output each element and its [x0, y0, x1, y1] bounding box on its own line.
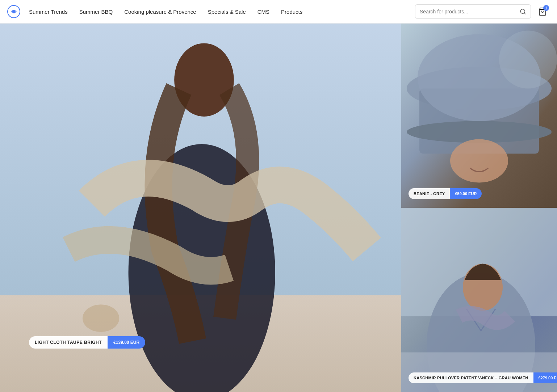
beanie-svg: [401, 24, 557, 208]
header-right: 1: [415, 4, 550, 19]
svg-line-3: [524, 13, 525, 14]
hero-panel[interactable]: LIGHT CLOTH TAUPE BRIGHT €139.00 EUR: [0, 24, 401, 392]
main-content: LIGHT CLOTH TAUPE BRIGHT €139.00 EUR: [0, 24, 557, 392]
nav-item-specials-sale[interactable]: Specials & Sale: [208, 9, 246, 15]
hero-product-name: LIGHT CLOTH TAUPE BRIGHT: [29, 336, 108, 349]
beanie-product-price: €59.00 EUR: [450, 188, 482, 199]
nav-item-summer-bbq[interactable]: Summer BBQ: [79, 9, 113, 15]
sweater-product-tag[interactable]: KASCHMIR PULLOVER PATENT V-NECK – GRAU W…: [409, 372, 557, 383]
beanie-image: [401, 24, 557, 208]
sweater-product-price: €279.00 EUR: [533, 372, 557, 383]
sweater-product-name: KASCHMIR PULLOVER PATENT V-NECK – GRAU W…: [409, 372, 533, 383]
cart-button[interactable]: 1: [535, 4, 550, 19]
svg-point-1: [12, 10, 15, 13]
sweater-image: [401, 208, 557, 392]
hero-product-price: €139.00 EUR: [108, 336, 145, 349]
nav-item-cms[interactable]: CMS: [257, 9, 269, 15]
search-bar[interactable]: [415, 4, 531, 19]
product-panel-sweater[interactable]: KASCHMIR PULLOVER PATENT V-NECK – GRAU W…: [401, 208, 557, 392]
right-panels: BEANIE - GREY €59.00 EUR: [401, 24, 557, 392]
nav: Summer Trends Summer BBQ Cooking pleasur…: [29, 9, 415, 15]
hero-product-tag[interactable]: LIGHT CLOTH TAUPE BRIGHT €139.00 EUR: [29, 336, 145, 349]
beanie-product-tag[interactable]: BEANIE - GREY €59.00 EUR: [409, 188, 482, 199]
nav-item-summer-trends[interactable]: Summer Trends: [29, 9, 68, 15]
svg-point-15: [450, 139, 508, 183]
nav-item-products[interactable]: Products: [281, 9, 302, 15]
cart-badge: 1: [543, 5, 549, 11]
sweater-svg: [401, 208, 557, 392]
logo[interactable]: [7, 5, 20, 18]
search-input[interactable]: [420, 9, 520, 14]
svg-point-9: [83, 304, 119, 332]
svg-point-16: [499, 31, 557, 89]
nav-item-cooking-provence[interactable]: Cooking pleasure & Provence: [124, 9, 196, 15]
beanie-product-name: BEANIE - GREY: [409, 188, 450, 199]
search-icon-button[interactable]: [520, 8, 526, 15]
header: Summer Trends Summer BBQ Cooking pleasur…: [0, 0, 557, 24]
product-panel-beanie[interactable]: BEANIE - GREY €59.00 EUR: [401, 24, 557, 208]
